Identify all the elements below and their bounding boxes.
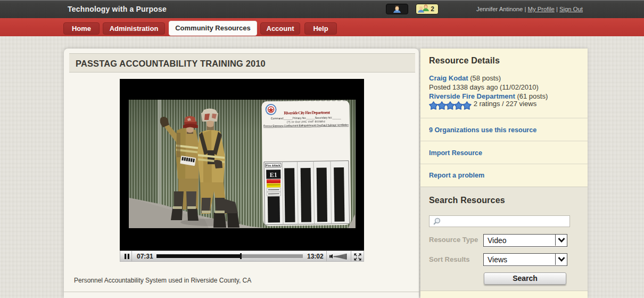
svg-text:(?) In-Out UHC VHF 800Mhz: (?) In-Out UHC VHF 800Mhz (286, 119, 325, 123)
svg-text:Fire Attack: Fire Attack (266, 164, 280, 167)
svg-text:E1: E1 (269, 171, 277, 179)
svg-text:Riverside City Fire Department: Riverside City Fire Department (284, 110, 330, 115)
